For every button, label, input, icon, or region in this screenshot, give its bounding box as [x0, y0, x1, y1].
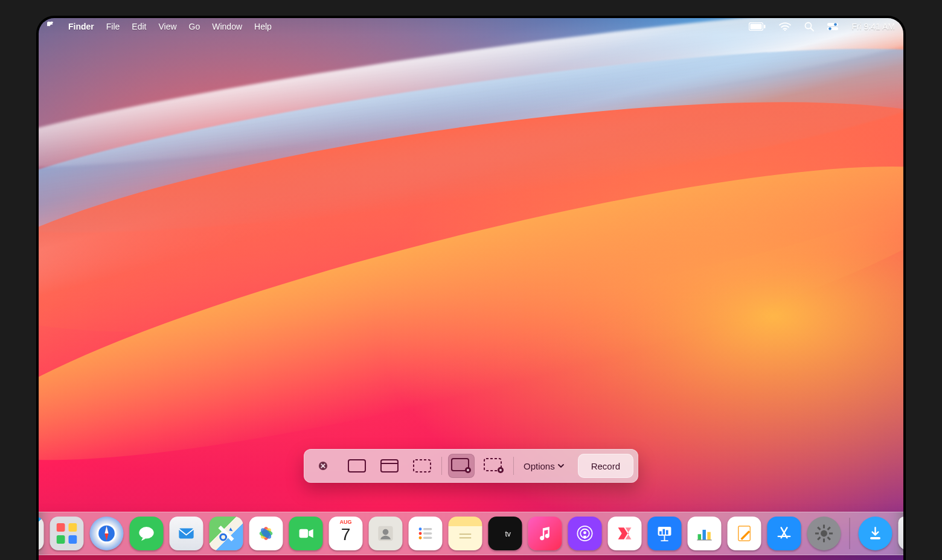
svg-rect-57: [666, 530, 668, 535]
control-center-icon[interactable]: [827, 23, 838, 30]
dock: AUG 7 tv: [39, 512, 903, 555]
spotlight-icon[interactable]: [804, 22, 814, 31]
svg-point-41: [383, 529, 389, 535]
svg-text:tv: tv: [505, 530, 511, 538]
dock-app-launchpad[interactable]: [50, 517, 84, 550]
battery-icon[interactable]: [749, 22, 766, 31]
dock-app-facetime[interactable]: [289, 517, 323, 550]
svg-rect-61: [702, 530, 705, 540]
menu-edit[interactable]: Edit: [132, 22, 146, 31]
svg-point-9: [829, 27, 832, 30]
svg-rect-78: [870, 537, 880, 539]
dock-app-reminders[interactable]: [409, 517, 443, 550]
menu-view[interactable]: View: [158, 22, 176, 31]
svg-rect-47: [423, 536, 432, 539]
svg-rect-33: [179, 529, 193, 539]
svg-point-32: [139, 527, 153, 538]
menu-bar: Finder File Edit View Go Window Help: [39, 18, 903, 35]
menu-clock[interactable]: Fri 9:41 AM: [851, 22, 895, 31]
calendar-day: 7: [341, 525, 351, 544]
svg-point-7: [835, 23, 838, 26]
svg-point-3: [784, 30, 786, 31]
dock-app-numbers[interactable]: [688, 517, 722, 550]
dock-downloads[interactable]: [859, 517, 892, 550]
svg-rect-1: [751, 24, 762, 30]
dock-app-notes[interactable]: [449, 517, 482, 550]
svg-rect-26: [57, 535, 65, 544]
dock-app-safari[interactable]: [90, 517, 124, 550]
menu-go[interactable]: Go: [189, 22, 200, 31]
svg-rect-27: [69, 535, 77, 544]
dock-app-podcasts[interactable]: [568, 517, 602, 550]
chevron-down-icon: [559, 465, 563, 467]
svg-point-17: [467, 469, 469, 471]
dock-app-maps[interactable]: [210, 517, 243, 550]
svg-point-42: [419, 527, 422, 530]
svg-line-5: [811, 28, 814, 31]
menu-help[interactable]: Help: [254, 22, 272, 31]
dock-app-news[interactable]: [608, 517, 642, 550]
menu-file[interactable]: File: [106, 22, 120, 31]
svg-point-46: [419, 536, 422, 539]
svg-rect-45: [423, 532, 432, 535]
svg-rect-12: [381, 460, 398, 472]
svg-rect-60: [698, 534, 701, 540]
capture-entire-screen-button[interactable]: [344, 454, 370, 478]
screenshot-options-button[interactable]: Options: [514, 454, 574, 478]
record-entire-screen-button[interactable]: [448, 454, 475, 478]
svg-rect-39: [300, 529, 309, 538]
dock-app-mail[interactable]: [170, 517, 203, 550]
svg-rect-55: [659, 531, 662, 534]
svg-rect-62: [707, 532, 710, 540]
dock-app-messages[interactable]: [130, 517, 164, 550]
menu-window[interactable]: Window: [212, 22, 242, 31]
options-label: Options: [524, 461, 555, 471]
dock-app-calendar[interactable]: AUG 7: [329, 517, 363, 550]
screenshot-close-button[interactable]: [315, 454, 332, 478]
dock-app-photos[interactable]: [249, 517, 283, 550]
wifi-icon[interactable]: [779, 22, 791, 31]
dock-trash[interactable]: [899, 517, 904, 550]
svg-rect-25: [69, 523, 77, 532]
svg-point-69: [821, 530, 827, 537]
svg-point-20: [499, 469, 502, 471]
record-label: Record: [591, 461, 620, 471]
dock-app-appstore[interactable]: [767, 517, 801, 550]
dock-separator: [850, 518, 850, 549]
dock-app-music[interactable]: [528, 517, 562, 550]
capture-selection-button[interactable]: [409, 454, 435, 478]
svg-rect-14: [414, 460, 431, 472]
dock-app-tv[interactable]: tv: [489, 517, 522, 550]
svg-rect-24: [57, 523, 65, 532]
calendar-month: AUG: [340, 519, 352, 525]
dock-app-system-preferences[interactable]: [807, 517, 841, 550]
svg-rect-11: [348, 460, 365, 472]
capture-window-button[interactable]: [376, 454, 403, 478]
svg-point-34: [220, 534, 226, 540]
svg-point-44: [419, 532, 422, 535]
record-selection-button[interactable]: [481, 454, 507, 478]
dock-app-pages[interactable]: [728, 517, 761, 550]
svg-point-53: [583, 531, 586, 534]
screenshot-toolbar: Options Record: [304, 449, 638, 483]
screenshot-record-button[interactable]: Record: [578, 454, 633, 478]
svg-rect-56: [662, 529, 665, 535]
svg-rect-43: [423, 528, 432, 530]
dock-app-finder[interactable]: [39, 517, 44, 550]
dock-app-contacts[interactable]: [369, 517, 403, 550]
menu-app-name[interactable]: Finder: [68, 22, 94, 31]
apple-menu-icon[interactable]: [47, 21, 56, 33]
svg-rect-2: [764, 25, 766, 28]
dock-app-keynote[interactable]: [648, 517, 682, 550]
